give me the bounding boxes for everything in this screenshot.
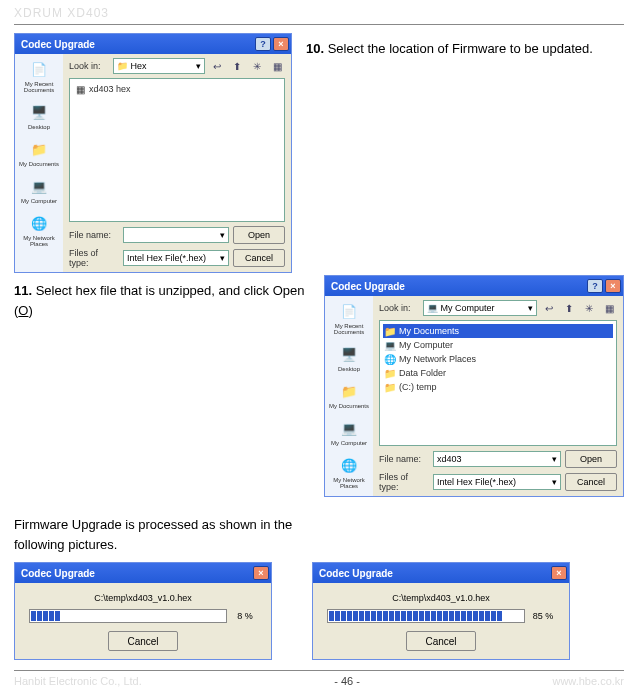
- progress-dialog-1: Codec Upgrade × C:\temp\xd403_v1.0.hex 8…: [14, 562, 272, 660]
- up-button[interactable]: ⬆: [561, 300, 577, 316]
- doc-title: XDRUM XD403: [14, 6, 624, 20]
- file-item[interactable]: 💻My Computer: [383, 338, 613, 352]
- sidebar-network[interactable]: 🌐My Network Places: [327, 454, 371, 489]
- progress-caption: Firmware Upgrade is processed as shown i…: [14, 515, 304, 554]
- file-item[interactable]: ▦xd403 hex: [73, 82, 281, 96]
- open-dialog-2: Codec Upgrade ? × 📄My Recent Documents 🖥…: [324, 275, 624, 497]
- dialog-title: Codec Upgrade: [21, 568, 95, 579]
- cancel-button[interactable]: Cancel: [108, 631, 178, 651]
- desktop-icon: 🖥️: [337, 343, 361, 365]
- desktop-icon: 🖥️: [27, 101, 51, 123]
- progress-path: C:\temp\xd403_v1.0.hex: [392, 593, 490, 603]
- computer-icon: 💻: [27, 175, 51, 197]
- cancel-button[interactable]: Cancel: [565, 473, 617, 491]
- recent-icon: 📄: [27, 58, 51, 80]
- folder-icon: 📁: [27, 138, 51, 160]
- dialog-title: Codec Upgrade: [319, 568, 393, 579]
- sidebar-network[interactable]: 🌐My Network Places: [17, 212, 61, 247]
- file-item[interactable]: 📁My Documents: [383, 324, 613, 338]
- lookin-dropdown[interactable]: 📁 Hex ▾: [113, 58, 205, 74]
- sidebar-desktop[interactable]: 🖥️Desktop: [337, 343, 361, 372]
- sidebar-mydocs[interactable]: 📁My Documents: [329, 380, 369, 409]
- close-button[interactable]: ×: [605, 279, 621, 293]
- page-footer: Hanbit Electronic Co., Ltd. - 46 - www.h…: [14, 670, 624, 687]
- open-button[interactable]: Open: [233, 226, 285, 244]
- places-sidebar: 📄My Recent Documents 🖥️Desktop 📁My Docum…: [15, 54, 63, 272]
- dialog-title: Codec Upgrade: [21, 39, 95, 50]
- dialog-titlebar: Codec Upgrade ×: [313, 563, 569, 583]
- network-icon: 🌐: [384, 353, 396, 365]
- step-11: 11. Select hex file that is unzipped, an…: [14, 281, 306, 320]
- computer-icon: 💻: [427, 303, 438, 313]
- filetype-label: Files of type:: [69, 248, 119, 268]
- file-icon: ▦: [74, 83, 86, 95]
- newfolder-button[interactable]: ✳: [249, 58, 265, 74]
- close-button[interactable]: ×: [551, 566, 567, 580]
- sidebar-desktop[interactable]: 🖥️Desktop: [27, 101, 51, 130]
- computer-icon: 💻: [384, 339, 396, 351]
- back-button[interactable]: ↩: [541, 300, 557, 316]
- sidebar-mycomputer[interactable]: 💻My Computer: [21, 175, 57, 204]
- file-list[interactable]: ▦xd403 hex: [69, 78, 285, 222]
- cancel-button[interactable]: Cancel: [406, 631, 476, 651]
- rule-top: [14, 24, 624, 25]
- network-icon: 🌐: [27, 212, 51, 234]
- filetype-label: Files of type:: [379, 472, 429, 492]
- chevron-down-icon: ▾: [196, 61, 201, 71]
- progress-path: C:\temp\xd403_v1.0.hex: [94, 593, 192, 603]
- folder-icon: 📁: [117, 61, 128, 71]
- close-button[interactable]: ×: [253, 566, 269, 580]
- sidebar-recent[interactable]: 📄My Recent Documents: [327, 300, 371, 335]
- filename-label: File name:: [69, 230, 119, 240]
- file-item[interactable]: 📁Data Folder: [383, 366, 613, 380]
- newfolder-button[interactable]: ✳: [581, 300, 597, 316]
- file-list[interactable]: 📁My Documents 💻My Computer 🌐My Network P…: [379, 320, 617, 446]
- cancel-button[interactable]: Cancel: [233, 249, 285, 267]
- help-button[interactable]: ?: [587, 279, 603, 293]
- filename-input[interactable]: xd403▾: [433, 451, 561, 467]
- help-button[interactable]: ?: [255, 37, 271, 51]
- lookin-label: Look in:: [69, 61, 109, 71]
- dialog-titlebar: Codec Upgrade ×: [15, 563, 271, 583]
- chevron-down-icon: ▾: [552, 477, 557, 487]
- file-item[interactable]: 📁(C:) temp: [383, 380, 613, 394]
- progress-dialog-2: Codec Upgrade × C:\temp\xd403_v1.0.hex 8…: [312, 562, 570, 660]
- lookin-label: Look in:: [379, 303, 419, 313]
- filetype-dropdown[interactable]: Intel Hex File(*.hex)▾: [123, 250, 229, 266]
- dialog-titlebar: Codec Upgrade ? ×: [325, 276, 623, 296]
- folder-icon: 📁: [384, 325, 396, 337]
- places-sidebar: 📄My Recent Documents 🖥️Desktop 📁My Docum…: [325, 296, 373, 496]
- filename-label: File name:: [379, 454, 429, 464]
- chevron-down-icon: ▾: [528, 303, 533, 313]
- progress-bar: [29, 609, 227, 623]
- chevron-down-icon: ▾: [552, 454, 557, 464]
- progress-bar: [327, 609, 525, 623]
- progress-percent: 85 %: [531, 611, 555, 621]
- up-button[interactable]: ⬆: [229, 58, 245, 74]
- open-button[interactable]: Open: [565, 450, 617, 468]
- views-button[interactable]: ▦: [269, 58, 285, 74]
- folder-icon: 📁: [384, 381, 396, 393]
- close-button[interactable]: ×: [273, 37, 289, 51]
- folder-icon: 📁: [384, 367, 396, 379]
- sidebar-recent[interactable]: 📄My Recent Documents: [17, 58, 61, 93]
- sidebar-mydocs[interactable]: 📁My Documents: [19, 138, 59, 167]
- dialog-titlebar: Codec Upgrade ? ×: [15, 34, 291, 54]
- footer-left: Hanbit Electronic Co., Ltd.: [14, 675, 142, 687]
- page-number: - 46 -: [334, 675, 360, 687]
- chevron-down-icon: ▾: [220, 230, 225, 240]
- footer-right: www.hbe.co.kr: [552, 675, 624, 687]
- filename-input[interactable]: ▾: [123, 227, 229, 243]
- lookin-dropdown[interactable]: 💻 My Computer ▾: [423, 300, 537, 316]
- filetype-dropdown[interactable]: Intel Hex File(*.hex)▾: [433, 474, 561, 490]
- computer-icon: 💻: [337, 417, 361, 439]
- progress-percent: 8 %: [233, 611, 257, 621]
- views-button[interactable]: ▦: [601, 300, 617, 316]
- recent-icon: 📄: [337, 300, 361, 322]
- dialog-title: Codec Upgrade: [331, 281, 405, 292]
- folder-icon: 📁: [337, 380, 361, 402]
- file-item[interactable]: 🌐My Network Places: [383, 352, 613, 366]
- sidebar-mycomputer[interactable]: 💻My Computer: [331, 417, 367, 446]
- open-dialog-1: Codec Upgrade ? × 📄My Recent Documents 🖥…: [14, 33, 292, 273]
- back-button[interactable]: ↩: [209, 58, 225, 74]
